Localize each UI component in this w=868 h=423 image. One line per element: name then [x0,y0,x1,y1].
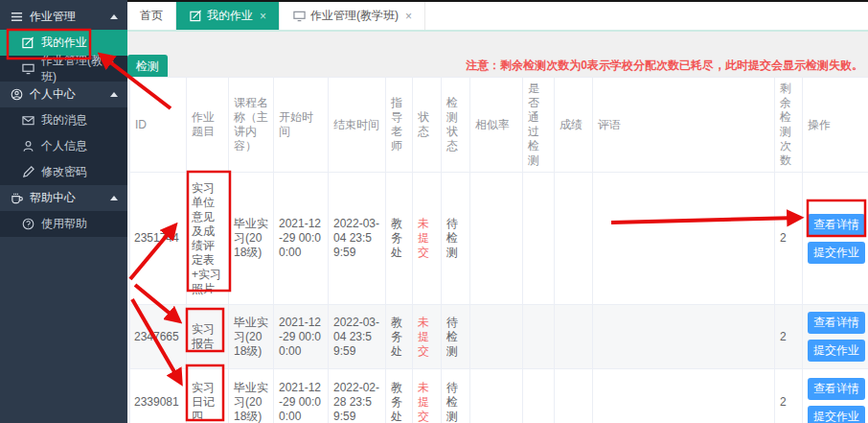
app-window: 作业管理 我的作业 作业管理(教学班) 个人中心 [0,0,868,423]
question-circle-icon [21,218,34,231]
cell-course: 毕业实习(2018级) [229,369,274,423]
table-header-row: ID 作业题目 课程名称（主讲内容） 开始时间 结束时间 指导老师 状态 检测状… [130,78,868,173]
monitor-icon [21,62,34,76]
cell-status: 未提交 [413,305,442,369]
column-header-status: 状态 [413,78,442,173]
cell-remaining: 2 [775,305,803,369]
sidebar-item-usage-help[interactable]: 使用帮助 [0,211,127,237]
cell-id: 2351744 [130,173,187,305]
cell-start-time: 2021-12-29 00:00:00 [274,369,329,423]
cell-title: 实习单位意见及成绩评定表+实习照片 [187,173,229,305]
cell-end-time: 2022-02-28 23:59:59 [329,369,386,423]
cell-status: 未提交 [413,369,442,423]
tab-my-homework[interactable]: 我的作业 × [176,2,280,30]
cell-check-status: 待检测 [442,369,470,423]
cell-end-time: 2022-03-04 23:59:59 [329,305,386,369]
table-row: 2339081 实习日记四 毕业实习(2018级) 2021-12-29 00:… [130,369,868,423]
mail-icon [21,114,34,128]
column-header-score: 成绩 [555,78,593,173]
sidebar-group-homework-management[interactable]: 作业管理 [0,4,127,30]
cell-teacher: 教务处 [386,369,413,423]
sidebar-item-label: 我的作业 [41,35,87,51]
detect-tag-button[interactable]: 检测 [127,55,168,79]
homework-table: ID 作业题目 课程名称（主讲内容） 开始时间 结束时间 指导老师 状态 检测状… [129,77,868,423]
cell-start-time: 2021-12-29 00:00:00 [274,305,329,369]
table-row: 2347665 实习报告 毕业实习(2018级) 2021-12-29 00:0… [130,305,868,369]
sidebar-item-my-messages[interactable]: 我的消息 [0,107,127,133]
cell-id: 2347665 [130,305,187,369]
column-header-teacher: 指导老师 [386,78,413,173]
cell-score [555,369,593,423]
sidebar-item-homework-class[interactable]: 作业管理(教学班) [0,56,127,82]
close-icon[interactable]: × [260,10,266,23]
tab-label: 作业管理(教学班) [310,8,399,24]
column-header-start: 开始时间 [274,78,329,173]
cell-title: 实习报告 [187,305,229,369]
sidebar-submenu-homework: 我的作业 作业管理(教学班) [0,30,127,82]
column-header-end: 结束时间 [329,78,386,173]
cell-course: 毕业实习(2018级) [229,305,274,369]
submit-homework-button[interactable]: 提交作业 [808,340,865,362]
sidebar-group-label: 个人中心 [30,86,76,103]
submit-homework-button[interactable]: 提交作业 [808,242,865,264]
remaining-checks-notice: 注意：剩余检测次数为0表示学校分配次数已耗尽，此时提交会显示检测失败。 [466,58,863,74]
sidebar-item-label: 修改密码 [41,164,87,180]
sidebar-submenu-personal: 我的消息 个人信息 修改密码 [0,107,127,185]
tab-home[interactable]: 首页 [127,2,176,30]
cell-actions: 查看详情 提交作业 [803,305,868,369]
edit-square-icon [189,10,202,23]
cell-passed [523,173,555,305]
sidebar-item-change-password[interactable]: 修改密码 [0,159,127,185]
close-icon[interactable]: × [405,10,412,23]
cell-teacher: 教务处 [386,173,413,305]
sidebar-submenu-help: 使用帮助 [0,211,127,237]
edit-square-icon [21,36,34,50]
column-header-comment: 评语 [593,78,775,173]
cell-teacher: 教务处 [386,305,413,369]
column-header-id: ID [130,78,187,173]
cell-similarity [470,369,523,423]
column-header-passed: 是否通过检测 [523,78,555,173]
sidebar-item-label: 作业管理(教学班) [41,53,118,85]
chevron-up-icon [110,196,118,200]
cell-actions: 查看详情 提交作业 [803,173,868,305]
cell-comment [593,369,775,423]
view-details-button[interactable]: 查看详情 [808,214,865,236]
cell-comment [593,305,775,369]
chevron-up-icon [110,14,118,19]
view-details-button[interactable]: 查看详情 [808,312,865,334]
cell-end-time: 2022-03-04 23:59:59 [329,173,386,305]
cell-status: 未提交 [413,173,442,305]
column-header-course: 课程名称（主讲内容） [229,78,274,173]
tab-label: 首页 [140,8,163,24]
sidebar-item-label: 使用帮助 [41,216,87,232]
cell-course: 毕业实习(2018级) [229,173,274,305]
cell-comment [593,173,775,305]
sidebar-group-help-center[interactable]: 帮助中心 [0,185,127,211]
cell-passed [523,305,555,369]
sidebar-group-personal-center[interactable]: 个人中心 [0,82,127,107]
column-header-similarity: 相似率 [470,78,523,173]
submit-homework-button[interactable]: 提交作业 [808,406,865,423]
sidebar-item-personal-info[interactable]: 个人信息 [0,133,127,159]
person-icon [21,140,34,153]
cell-similarity [470,305,523,369]
sidebar-item-label: 我的消息 [41,112,87,129]
sidebar: 作业管理 我的作业 作业管理(教学班) 个人中心 [0,0,127,423]
monitor-icon [292,10,306,23]
view-details-button[interactable]: 查看详情 [808,378,865,400]
content-area: 检测 注意：剩余检测次数为0表示学校分配次数已耗尽，此时提交会显示检测失败。 I… [127,32,868,423]
sidebar-item-label: 个人信息 [41,138,87,154]
cell-remaining: 2 [775,173,803,305]
sidebar-group-label: 作业管理 [30,9,76,25]
homework-table-wrap: ID 作业题目 课程名称（主讲内容） 开始时间 结束时间 指导老师 状态 检测状… [129,77,868,423]
cell-title: 实习日记四 [187,369,229,423]
tab-bar: 首页 我的作业 × 作业管理(教学班) × [127,2,868,32]
tab-homework-class[interactable]: 作业管理(教学班) × [280,2,425,30]
main-area: 首页 我的作业 × 作业管理(教学班) × 检测 注意：剩余检测次数为0表示学校… [127,0,868,423]
cell-check-status: 待检测 [442,305,470,369]
cell-start-time: 2021-12-29 00:00:00 [274,173,329,305]
column-header-remaining: 剩余检测次数 [775,78,803,173]
menu-icon [10,11,23,24]
cell-score [555,305,593,369]
